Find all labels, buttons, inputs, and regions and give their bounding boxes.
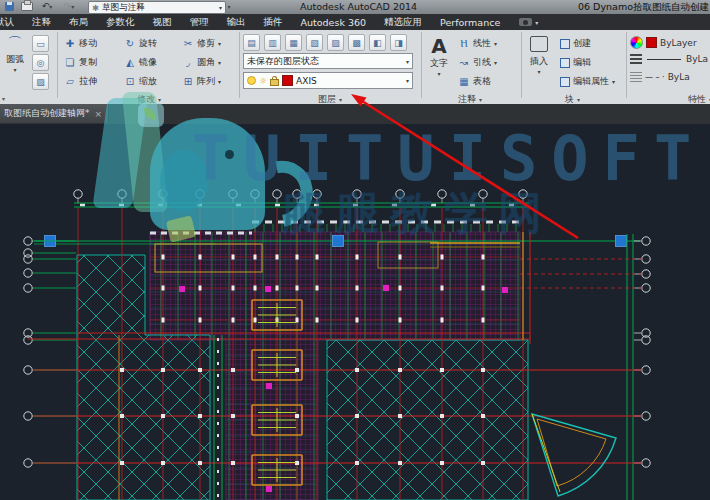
- drawing-canvas[interactable]: [0, 124, 710, 500]
- text-label: 文字: [430, 57, 448, 70]
- layer-state-icon[interactable]: ◨: [390, 34, 407, 51]
- trim-icon: ✂: [182, 38, 194, 49]
- fillet-icon: ◞: [182, 57, 194, 68]
- undo-icon[interactable]: ↶▾: [40, 1, 54, 12]
- hatch-tool-button[interactable]: ▨: [32, 73, 49, 90]
- fillet-button[interactable]: ◞圆角▾: [182, 56, 221, 69]
- rectangle-tool-button[interactable]: ▭: [32, 35, 49, 52]
- panel-separator: [421, 32, 422, 98]
- chevron-down-icon: ▾: [13, 66, 16, 73]
- current-layer-name: AXIS: [296, 76, 317, 86]
- stretch-button[interactable]: ▱拉伸: [64, 75, 97, 88]
- edit-block-button[interactable]: 编辑: [560, 56, 591, 69]
- edit-block-icon: [560, 58, 570, 68]
- table-button[interactable]: ▦表格: [458, 75, 491, 88]
- file-tab[interactable]: 取图纸自动创建轴网* ×: [0, 104, 109, 123]
- layer-freeze-icon[interactable]: ▧: [306, 34, 323, 51]
- file-tab-bar: 取图纸自动创建轴网* ×: [0, 104, 710, 124]
- tab-layout[interactable]: 布局: [60, 14, 97, 30]
- cad-drawing: [0, 124, 710, 500]
- array-button[interactable]: ⊞阵列▾: [182, 75, 221, 88]
- linetype-value: ByLa: [668, 72, 690, 82]
- create-block-button[interactable]: 创建: [560, 37, 591, 50]
- edit-attributes-button[interactable]: 编辑属性▾: [560, 75, 615, 88]
- document-title: 06 Dynamo拾取图纸自动创建: [578, 1, 709, 14]
- arc-label: 圆弧: [6, 53, 24, 66]
- chevron-down-icon: ▾: [406, 77, 409, 84]
- layer-isolate-icon[interactable]: ▦: [285, 34, 302, 51]
- ribbon: ⌒ 圆弧 ▾ ▭ ◎ ▨ ▾ ✚移动 ↻旋转 ✂修剪▾ ❏复制 ◭镜像 ◞圆角▾…: [0, 30, 710, 105]
- arc-icon: ⌒: [8, 34, 23, 53]
- mirror-button[interactable]: ◭镜像: [124, 56, 157, 69]
- tab-manage[interactable]: 管理: [181, 14, 218, 30]
- layer-match-icon[interactable]: ▩: [348, 34, 365, 51]
- layer-thaw-sun-icon: ☼: [259, 76, 267, 86]
- layer-prev-icon[interactable]: ◧: [369, 34, 386, 51]
- tab-plugins[interactable]: 插件: [255, 14, 292, 30]
- tab-featured-apps[interactable]: 精选应用: [375, 14, 431, 30]
- layer-properties-icon[interactable]: ▤: [243, 34, 260, 51]
- lineweight-value: ByLa: [686, 54, 708, 64]
- tab-performance[interactable]: Performance: [431, 14, 509, 30]
- copy-button[interactable]: ❏复制: [64, 56, 97, 69]
- insert-block-icon: [530, 36, 548, 52]
- print-icon[interactable]: [20, 1, 34, 12]
- chevron-down-icon[interactable]: ▾: [535, 19, 538, 26]
- scale-button[interactable]: ⊡缩放: [124, 75, 157, 88]
- ribbon-tab-bar: 默认 注释 布局 参数化 视图 管理 输出 插件 Autodesk 360 精选…: [0, 14, 710, 30]
- panel-separator: [239, 32, 240, 98]
- draw-panel-caret[interactable]: ▾: [2, 93, 5, 103]
- qat-dropdown-icon[interactable]: ▾: [222, 1, 236, 12]
- move-icon: ✚: [64, 38, 76, 49]
- text-tool-button[interactable]: A 文字 ▾: [425, 35, 453, 77]
- mirror-icon: ◭: [124, 57, 136, 68]
- tab-autodesk360[interactable]: Autodesk 360: [292, 14, 376, 30]
- tab-home-partial[interactable]: 默认: [0, 14, 23, 30]
- linetype-dropdown[interactable]: — – · ByLa: [630, 72, 708, 82]
- layer-dropdown[interactable]: ☼ AXIS ▾: [243, 72, 413, 89]
- lineweight-dropdown[interactable]: ByLa: [630, 54, 708, 64]
- rotate-button[interactable]: ↻旋转: [124, 37, 157, 50]
- create-block-icon: [560, 39, 570, 49]
- workspace-selector[interactable]: ✱ 草图与注释 ▾: [88, 1, 226, 14]
- layer-lock-icon[interactable]: ▨: [327, 34, 344, 51]
- panel-separator: [626, 32, 627, 98]
- linear-dim-button[interactable]: Ⲏ线性▾: [458, 37, 497, 50]
- insert-block-button[interactable]: 插入 ▾: [524, 36, 554, 75]
- insert-label: 插入: [530, 55, 548, 68]
- layer-state-dropdown[interactable]: 未保存的图层状态 ▾: [243, 53, 413, 69]
- leader-button[interactable]: ↝引线▾: [458, 56, 497, 69]
- trim-button[interactable]: ✂修剪▾: [182, 37, 221, 50]
- tab-parametric[interactable]: 参数化: [97, 14, 144, 30]
- save-icon[interactable]: [2, 1, 16, 12]
- ellipse-tool-button[interactable]: ◎: [32, 54, 49, 71]
- arc-tool-button[interactable]: ⌒ 圆弧 ▾: [2, 34, 28, 73]
- move-button[interactable]: ✚移动: [64, 37, 97, 50]
- linear-dim-icon: Ⲏ: [458, 38, 470, 50]
- object-color-swatch: [646, 37, 657, 48]
- lineweight-icon: [630, 54, 642, 64]
- title-bar: ↶▾ ↷▾ ✱ 草图与注释 ▾ ▾ Autodesk AutoCAD 2014 …: [0, 0, 710, 15]
- tab-output[interactable]: 输出: [218, 14, 255, 30]
- tab-view[interactable]: 视图: [144, 14, 181, 30]
- linetype-icon: [630, 72, 642, 82]
- object-color-value: ByLayer: [660, 38, 697, 48]
- rotate-icon: ↻: [124, 38, 136, 49]
- layer-color-swatch: [282, 75, 293, 86]
- tab-annotate[interactable]: 注释: [23, 14, 60, 30]
- close-icon[interactable]: ×: [95, 109, 103, 119]
- file-tab-name: 取图纸自动创建轴网*: [4, 107, 90, 120]
- camera-icon[interactable]: [519, 18, 532, 26]
- color-wheel-icon: [630, 36, 643, 49]
- layer-on-bulb-icon: [247, 76, 256, 85]
- text-icon: A: [431, 35, 446, 57]
- table-icon: ▦: [458, 76, 470, 87]
- scale-icon: ⊡: [124, 76, 136, 87]
- edit-attributes-icon: [560, 77, 570, 87]
- autocad-window: ↶▾ ↷▾ ✱ 草图与注释 ▾ ▾ Autodesk AutoCAD 2014 …: [0, 0, 710, 500]
- leader-icon: ↝: [458, 57, 470, 68]
- redo-icon[interactable]: ↷▾: [62, 1, 76, 12]
- layer-state-value: 未保存的图层状态: [247, 55, 319, 68]
- layer-off-icon[interactable]: ▥: [264, 34, 281, 51]
- object-color-dropdown[interactable]: ByLayer: [630, 36, 708, 49]
